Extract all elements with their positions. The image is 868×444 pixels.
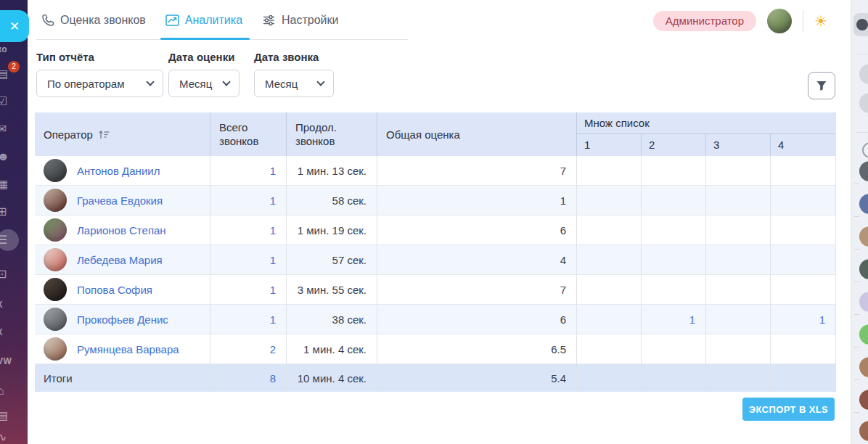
- totals-multi-4: [771, 364, 836, 392]
- dock-avatar[interactable]: [859, 357, 868, 377]
- sidebar-item-tasks-icon[interactable]: ☑: [0, 93, 28, 110]
- operator-name-link[interactable]: Прокофьев Денис: [77, 313, 168, 326]
- column-header-score: Общая оценка: [377, 112, 577, 156]
- close-widget-button[interactable]: ✕: [0, 10, 29, 42]
- dock-avatar[interactable]: [859, 390, 868, 410]
- totals-count-link[interactable]: 8: [270, 372, 276, 385]
- sidebar-item-k1[interactable]: К: [0, 296, 28, 313]
- operator-name-link[interactable]: Грачева Евдокия: [77, 194, 163, 207]
- sidebar-item-document-icon[interactable]: ▤: [0, 407, 28, 424]
- multi-list-cell-3: [706, 334, 771, 363]
- sidebar-item-vw[interactable]: VW: [0, 353, 28, 370]
- user-avatar[interactable]: [767, 9, 792, 33]
- column-header-total-calls: Всего звонков: [210, 112, 287, 156]
- table-row: Ларионов Степан 1 1 мин. 19 сек. 6: [35, 215, 836, 245]
- table-row: Лебедева Мария 1 57 сек. 4: [35, 245, 836, 275]
- theme-sun-icon[interactable]: ☀: [814, 14, 827, 28]
- tab-label: Оценка звонков: [60, 14, 146, 27]
- multi-list-cell-3: [706, 215, 771, 244]
- sidebar-item-mail-icon[interactable]: ✉: [0, 120, 28, 138]
- sidebar-item-home-icon[interactable]: ⌂: [0, 382, 28, 400]
- operator-name-link[interactable]: Лебедева Мария: [77, 254, 163, 266]
- column-header-operator[interactable]: Оператор: [35, 112, 210, 156]
- total-calls-cell: 1: [210, 245, 287, 274]
- totals-duration-cell: 10 мин. 4 сек.: [287, 364, 377, 392]
- column-label: Всего звонков: [219, 120, 286, 148]
- sidebar-item-k2[interactable]: К: [0, 324, 28, 341]
- duration-cell: 1 мин. 13 сек.: [287, 156, 377, 185]
- funnel-icon: [816, 81, 827, 91]
- operator-name-link[interactable]: Румянцева Варвара: [77, 343, 179, 355]
- sidebar-item-monitor-icon[interactable]: ⊡: [0, 266, 28, 283]
- calls-count-link[interactable]: 1: [270, 254, 276, 266]
- avatar: [44, 337, 67, 361]
- dock-ring-button[interactable]: [862, 142, 868, 158]
- dock-dash: [854, 216, 859, 217]
- totals-score-cell: 5.4: [377, 364, 577, 392]
- calls-count-link[interactable]: 1: [270, 224, 276, 237]
- table-row: Антонов Даниил 1 1 мин. 13 сек. 7: [35, 156, 836, 186]
- score-cell: 7: [377, 275, 577, 304]
- multi-list-cell-1: [577, 334, 642, 363]
- tab-settings[interactable]: Настройки: [262, 0, 338, 41]
- multi-list-cell-2: 1: [642, 305, 706, 334]
- report-type-select[interactable]: По операторам: [36, 70, 163, 97]
- calls-count-link[interactable]: 1: [270, 194, 276, 207]
- dock-dash: [854, 347, 859, 348]
- dock-button[interactable]: [859, 93, 868, 113]
- sidebar-item-logo[interactable]: ко: [0, 41, 28, 58]
- multi-list-cell-4: [771, 186, 836, 215]
- calls-count-link[interactable]: 1: [270, 165, 276, 177]
- filter-button[interactable]: [808, 72, 835, 99]
- filter-report-type: Тип отчёта По операторам: [36, 51, 163, 97]
- calls-count-link[interactable]: 1: [270, 313, 276, 326]
- dock-avatar[interactable]: [859, 259, 868, 279]
- operator-name-link[interactable]: Антонов Даниил: [77, 165, 160, 177]
- dock-avatar[interactable]: [859, 161, 868, 181]
- sidebar-item-calendar-icon[interactable]: ⊞: [0, 203, 28, 221]
- sidebar-item-signature-icon[interactable]: ∿: [0, 429, 28, 444]
- tab-call-evaluation[interactable]: Оценка звонков: [41, 0, 146, 41]
- multi-list-cell-4: [771, 245, 836, 274]
- sliders-icon: [262, 14, 276, 27]
- multi-list-cell-3: [706, 305, 771, 334]
- export-xls-button[interactable]: ЭКСПОРТ В XLS: [742, 398, 835, 421]
- multi-list-cell-1: [577, 186, 642, 215]
- multi-list-cell-4: [771, 156, 836, 185]
- right-dock-strip: [851, 0, 868, 444]
- dock-avatar[interactable]: [859, 226, 868, 247]
- dock-top-button[interactable]: [853, 13, 868, 36]
- dock-button[interactable]: [859, 64, 868, 84]
- multi-list-cell-1: [577, 305, 642, 334]
- score-cell: 6: [377, 305, 577, 334]
- calls-count-link[interactable]: 1: [270, 284, 276, 296]
- multi-list-cell-3: [706, 186, 771, 215]
- multi-list-cell-1: [577, 245, 642, 274]
- line-chart-icon: [165, 14, 179, 27]
- dock-avatar[interactable]: [859, 421, 868, 441]
- dock-dash: [854, 412, 859, 413]
- phone-icon: [41, 14, 54, 27]
- multi-list-cell-4: [771, 215, 836, 244]
- left-nav-sidebar: 2 ко ▤ ☑ ✉ ☻ ▦ ⊞ ☰ ⊡ К К VW ⌂ ▤ ∿: [0, 0, 28, 444]
- sidebar-item-settings-sliders-icon[interactable]: ☰: [0, 231, 28, 249]
- eval-date-select[interactable]: Месяц: [168, 70, 239, 97]
- operator-name-link[interactable]: Попова София: [77, 284, 152, 296]
- dock-divider: [856, 54, 868, 54]
- dock-avatar[interactable]: [859, 194, 868, 214]
- multi-list-count-link[interactable]: 1: [819, 313, 825, 326]
- sidebar-item-card-icon[interactable]: ▦: [0, 176, 28, 193]
- sub-column-4: 4: [771, 134, 836, 155]
- dock-avatar[interactable]: [859, 324, 868, 345]
- avatar: [44, 189, 67, 212]
- calls-count-link[interactable]: 2: [270, 343, 276, 355]
- call-date-select[interactable]: Месяц: [254, 70, 334, 97]
- operator-name-link[interactable]: Ларионов Степан: [77, 224, 166, 237]
- tab-analytics[interactable]: Аналитика: [165, 0, 242, 41]
- dock-avatar[interactable]: [859, 292, 868, 312]
- multi-list-count-link[interactable]: 1: [689, 313, 695, 326]
- multi-list-cell-2: [642, 334, 706, 363]
- total-calls-cell: 1: [210, 275, 287, 304]
- sidebar-item-contacts-icon[interactable]: ☻: [0, 148, 28, 165]
- call-date-value: Месяц: [265, 78, 298, 90]
